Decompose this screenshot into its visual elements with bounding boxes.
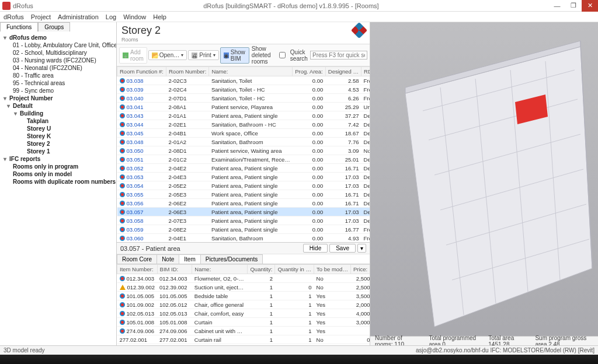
table-row[interactable]: 03.0512-01C2Examination/Treatment, Rece……: [117, 155, 370, 164]
tree-node[interactable]: Storey K: [1, 132, 115, 140]
tree-node[interactable]: ▾Default: [1, 102, 115, 110]
tree-node[interactable]: 03 - Nursing wards (IFC2ZONE): [1, 57, 115, 64]
window-maximize-button[interactable]: ❐: [565, 0, 582, 12]
table-row[interactable]: 03.0532-04E3Patient area, Patient single…: [117, 173, 370, 181]
rooms-table-container[interactable]: Room Function #:Room Number:Name:Prog. A…: [117, 66, 370, 242]
table-row[interactable]: 03.0592-08E2Patient area, Patient single…: [117, 225, 370, 234]
detail-tab-room-core[interactable]: Room Core: [117, 254, 157, 264]
table-row[interactable]: 03.0412-08A1Patient service, Playarea0.0…: [117, 103, 370, 111]
col-header[interactable]: Designed …: [325, 67, 361, 76]
tree-node[interactable]: 95 - Technical areas: [1, 79, 115, 87]
table-row[interactable]: 03.0522-04E2Patient area, Patient single…: [117, 164, 370, 173]
table-row[interactable]: 101.05.005101.05.005Bedside table11Yes3,…: [117, 292, 370, 300]
col-header[interactable]: Prog. Area:: [293, 67, 326, 76]
quick-search-input[interactable]: [310, 51, 367, 60]
tab-functions[interactable]: Functions: [0, 22, 38, 32]
table-row[interactable]: 03.0502-08D1Patient service, Waiting are…: [117, 146, 370, 155]
tree-node[interactable]: 99 - Sync demo: [1, 87, 115, 94]
hide-button[interactable]: Hide: [303, 244, 328, 253]
menu-log[interactable]: Log: [106, 13, 116, 20]
floorplan-3d-icon: [370, 22, 598, 345]
table-row[interactable]: 03.0552-05E3Patient area, Patient single…: [117, 190, 370, 199]
window-minimize-button[interactable]: —: [549, 0, 565, 12]
table-row[interactable]: 012.34.003012.34.003Flowmeter, O2, 0-…2N…: [117, 274, 370, 283]
table-row[interactable]: 03.0402-07D1Sanitation, Toilet - HC0.006…: [117, 94, 370, 103]
col-header[interactable]: Quantity in …: [275, 265, 314, 274]
tree-node[interactable]: Rooms only in model: [1, 170, 115, 178]
left-tabs: Functions Groups: [0, 22, 116, 32]
tree-node[interactable]: Rooms with duplicate room numbers: [1, 178, 115, 186]
app-icon: [2, 2, 11, 10]
col-header[interactable]: Room Number:: [166, 67, 208, 76]
table-row[interactable]: 03.0432-01A1Patient area, Patient single…: [117, 111, 370, 120]
tab-groups[interactable]: Groups: [38, 22, 70, 32]
save-dropdown-button[interactable]: ▾: [357, 244, 366, 253]
table-row[interactable]: 012.39.002012.39.002Suction unit, eject……: [117, 283, 370, 292]
add-room-button[interactable]: ＋Add room: [119, 47, 147, 64]
tree-node[interactable]: ▾Project Number: [1, 94, 115, 102]
tree-node[interactable]: ▾IFC reports: [1, 155, 115, 163]
tree-node[interactable]: Storey U: [1, 125, 115, 132]
table-row[interactable]: 03.0572-06E3Patient area, Patient single…: [117, 208, 370, 216]
rooms-table[interactable]: Room Function #:Room Number:Name:Prog. A…: [117, 66, 370, 242]
table-row[interactable]: 101.09.002102.05.012Chair, office genera…: [117, 300, 370, 309]
print-button[interactable]: 🖨Print▾: [188, 50, 219, 60]
detail-tab-item[interactable]: Item: [179, 254, 200, 264]
col-header[interactable]: Room Function #:: [117, 67, 166, 76]
col-header[interactable]: Quantity:: [248, 265, 275, 274]
table-row[interactable]: 03.0562-06E2Patient area, Patient single…: [117, 199, 370, 208]
detail-tab-pictures-documents[interactable]: Pictures/Documents: [200, 254, 263, 264]
rooms-toolbar: ＋Add room 📂Open…▾ 🖨Print▾ ◉Show BIM Show…: [117, 44, 370, 66]
menu-window[interactable]: Window: [123, 13, 146, 20]
tree-node[interactable]: 80 - Traffic area: [1, 72, 115, 79]
show-bim-button[interactable]: ◉Show BIM: [220, 47, 249, 64]
col-header[interactable]: Name:: [192, 265, 248, 274]
status-ok-icon: [120, 276, 125, 281]
detail-tab-note[interactable]: Note: [157, 254, 179, 264]
tree-node[interactable]: Rooms only in program: [1, 163, 115, 170]
col-header[interactable]: RDS status: [361, 67, 370, 76]
item-table[interactable]: Item Number:BIM ID:Name:Quantity:Quantit…: [117, 264, 370, 345]
table-row[interactable]: 105.01.008105.01.008Curtain11Yes3,000ARC…: [117, 318, 370, 327]
table-row[interactable]: 03.0602-04E1Sanitation, Bathroom0.004.93…: [117, 234, 370, 243]
col-header[interactable]: Price:: [350, 265, 370, 274]
table-row[interactable]: 102.05.013102.05.013Chair, comfort, easy…: [117, 309, 370, 318]
col-header[interactable]: To be mod…: [314, 265, 351, 274]
table-row[interactable]: 03.0482-01A2Sanitation, Bathroom0.007.76…: [117, 138, 370, 146]
col-header[interactable]: BIM ID:: [157, 265, 192, 274]
center-panel: Storey 2 Rooms ＋Add room 📂Open…▾ 🖨Print▾…: [117, 22, 370, 345]
table-row[interactable]: 03.0582-07E3Patient area, Patient single…: [117, 216, 370, 225]
col-header[interactable]: Item Number:: [117, 265, 158, 274]
table-row[interactable]: 03.0542-05E2Patient area, Patient single…: [117, 181, 370, 190]
table-row[interactable]: 274.09.006274.09.006Cabinet unit with …1…: [117, 327, 370, 335]
menu-project[interactable]: Project: [31, 13, 51, 20]
project-tree[interactable]: ▾dRofus demo01 - Lobby, Ambulatory Care …: [0, 32, 116, 345]
table-row[interactable]: 279.06.001279.06.001Mirror, wall mount…1…: [117, 344, 370, 346]
tree-node[interactable]: 04 - Neonatal (IFC2ZONE): [1, 64, 115, 72]
item-table-container[interactable]: Item Number:BIM ID:Name:Quantity:Quantit…: [117, 264, 370, 345]
tree-node[interactable]: ▾Building: [1, 110, 115, 117]
open-button[interactable]: 📂Open…▾: [148, 50, 187, 60]
bim-3d-view[interactable]: Number of rooms: 110 Total programmed ar…: [370, 22, 598, 345]
table-row[interactable]: 03.0452-04B1Work space, Office0.0018.67D…: [117, 129, 370, 138]
tree-node[interactable]: 02 - School, Multidisciplinary: [1, 49, 115, 57]
app-name: dRofus: [13, 2, 33, 9]
show-deleted-checkbox[interactable]: Show deleted rooms: [252, 46, 286, 65]
tree-node[interactable]: Storey 2: [1, 140, 115, 148]
menu-help[interactable]: Help: [153, 13, 166, 20]
tree-node[interactable]: Storey 1: [1, 148, 115, 155]
tree-node[interactable]: 01 - Lobby, Ambulatory Care Unit, Office…: [1, 41, 115, 49]
table-row[interactable]: 03.0392-02C4Sanitation, Toilet - HC0.004…: [117, 85, 370, 94]
table-row[interactable]: 277.02.001277.02.001Curtain rail11No0ARC…: [117, 335, 370, 344]
bim-status-bar: Number of rooms: 110 Total programmed ar…: [370, 336, 598, 345]
col-header[interactable]: Name:: [209, 67, 293, 76]
window-close-button[interactable]: ✕: [582, 0, 598, 12]
save-button[interactable]: Save: [329, 244, 356, 253]
tree-node[interactable]: Takplan: [1, 117, 115, 125]
table-row[interactable]: 03.0382-02C3Sanitation, Toilet0.002.58Fr…: [117, 76, 370, 85]
menu-administration[interactable]: Administration: [58, 13, 99, 20]
tree-node[interactable]: ▾dRofus demo: [1, 34, 115, 41]
table-row[interactable]: 03.0442-02E1Sanitation, Bathroom - HC0.0…: [117, 120, 370, 129]
menu-drofus[interactable]: dRofus: [4, 13, 24, 20]
status-right: asjo@db2.nosyko.no/bhf-du IFC: MODELSTOR…: [416, 347, 594, 354]
